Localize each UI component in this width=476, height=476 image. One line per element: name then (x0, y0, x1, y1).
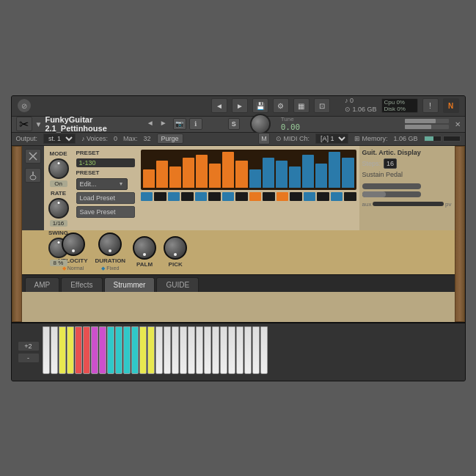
aux-slider-1[interactable] (362, 183, 421, 189)
tab-guide[interactable]: GUIDE (156, 277, 199, 292)
expand-arrow[interactable]: ▼ (35, 120, 43, 128)
bars-container[interactable] (141, 150, 356, 190)
white-key-9[interactable] (115, 326, 122, 374)
white-key-13[interactable] (147, 326, 155, 374)
bar-9[interactable] (263, 158, 274, 188)
pattern-cell-7[interactable] (235, 192, 248, 201)
white-key-11[interactable] (131, 326, 139, 374)
octave-up-button[interactable]: +2 (18, 341, 40, 351)
white-key-8[interactable] (107, 326, 114, 374)
white-key-27[interactable] (260, 326, 268, 374)
load-preset-button[interactable]: Load Preset (76, 192, 135, 204)
bar-2[interactable] (169, 166, 181, 188)
bar-3[interactable] (183, 158, 194, 188)
white-key-25[interactable] (244, 326, 252, 374)
pattern-cell-1[interactable] (154, 192, 166, 201)
bar-4[interactable] (196, 155, 208, 188)
tab-effects[interactable]: Effects (61, 277, 102, 292)
bar-6[interactable] (222, 152, 234, 188)
white-key-22[interactable] (220, 326, 227, 374)
m-button[interactable]: M (258, 133, 270, 144)
guitar-icon-btn[interactable] (25, 168, 41, 183)
bar-12[interactable] (302, 155, 314, 188)
tab-strummer[interactable]: Strummer (104, 277, 155, 292)
grid-button[interactable]: ▦ (293, 98, 310, 113)
settings-button[interactable]: ⚙ (273, 98, 289, 113)
pattern-cell-4[interactable] (195, 192, 208, 201)
bar-5[interactable] (209, 164, 221, 188)
pattern-cell-8[interactable] (249, 192, 262, 201)
pattern-cell-11[interactable] (290, 192, 302, 201)
white-key-7[interactable] (99, 326, 106, 374)
camera-button[interactable]: 📷 (173, 118, 186, 130)
tab-amp[interactable]: AMP (25, 277, 60, 292)
velocity-knob[interactable] (62, 232, 85, 256)
tune-knob[interactable] (250, 114, 271, 134)
pattern-cell-9[interactable] (263, 192, 275, 201)
pattern-cell-5[interactable] (208, 192, 221, 201)
close-button[interactable]: ✕ (455, 120, 461, 128)
pattern-cell-0[interactable] (141, 192, 153, 201)
white-key-18[interactable] (188, 326, 195, 374)
mode-knob[interactable] (48, 158, 69, 179)
bar-11[interactable] (289, 166, 301, 188)
white-key-0[interactable] (43, 326, 50, 374)
white-key-6[interactable] (91, 326, 98, 374)
white-key-17[interactable] (180, 326, 187, 374)
pattern-cell-12[interactable] (304, 192, 316, 201)
white-key-14[interactable] (155, 326, 163, 374)
inst-next-button[interactable]: ► (160, 119, 170, 129)
white-key-1[interactable] (51, 326, 58, 374)
aux-slider-2[interactable] (362, 191, 421, 197)
scissors-icon-btn[interactable] (25, 149, 41, 164)
pick-knob[interactable] (164, 236, 187, 260)
rate-knob[interactable] (48, 198, 69, 219)
instrument-icon-scissors[interactable]: ✂ (16, 117, 32, 131)
midi-dropdown[interactable]: [A] 1 (315, 133, 348, 144)
white-key-2[interactable] (59, 326, 66, 374)
bar-15[interactable] (342, 158, 354, 188)
bar-7[interactable] (235, 161, 247, 188)
bar-10[interactable] (276, 161, 288, 188)
white-key-24[interactable] (236, 326, 244, 374)
output-dropdown[interactable]: st. 1 (43, 133, 76, 144)
white-key-5[interactable] (83, 326, 90, 374)
white-key-15[interactable] (164, 326, 171, 374)
pattern-row[interactable] (141, 192, 356, 201)
alert-button[interactable]: ! (422, 98, 439, 113)
bar-8[interactable] (249, 169, 261, 188)
white-key-19[interactable] (196, 326, 203, 374)
logo-button[interactable]: N (443, 98, 459, 113)
info-button[interactable]: ℹ (189, 118, 202, 130)
white-key-12[interactable] (139, 326, 147, 374)
pattern-cell-10[interactable] (277, 192, 289, 201)
pattern-cell-6[interactable] (222, 192, 235, 201)
purge-button[interactable]: Purge (157, 133, 183, 144)
edit-dropdown[interactable]: Edit... (76, 178, 128, 190)
save-preset-button[interactable]: Save Preset (76, 206, 135, 218)
pattern-cell-13[interactable] (317, 192, 329, 201)
white-key-20[interactable] (204, 326, 211, 374)
white-key-21[interactable] (212, 326, 219, 374)
bar-14[interactable] (329, 152, 340, 188)
pattern-cell-2[interactable] (168, 192, 180, 201)
palm-knob[interactable] (133, 236, 156, 260)
white-key-16[interactable] (172, 326, 179, 374)
pattern-cell-14[interactable] (331, 192, 343, 201)
nav-prev-button[interactable]: ◄ (211, 98, 227, 113)
white-key-10[interactable] (123, 326, 131, 374)
bar-13[interactable] (315, 164, 327, 188)
keyboard-wrapper[interactable] (43, 326, 459, 378)
white-key-4[interactable] (75, 326, 82, 374)
nav-next-button[interactable]: ► (232, 98, 248, 113)
duration-knob[interactable] (98, 232, 122, 256)
save-button[interactable]: 💾 (252, 98, 268, 113)
bar-0[interactable] (143, 169, 155, 188)
pattern-cell-15[interactable] (344, 192, 356, 201)
pattern-cell-3[interactable] (181, 192, 194, 201)
inst-prev-button[interactable]: ◄ (147, 119, 157, 129)
monitor-button[interactable]: ⊡ (314, 98, 330, 113)
bar-1[interactable] (156, 161, 168, 188)
white-key-26[interactable] (252, 326, 260, 374)
white-key-23[interactable] (228, 326, 235, 374)
